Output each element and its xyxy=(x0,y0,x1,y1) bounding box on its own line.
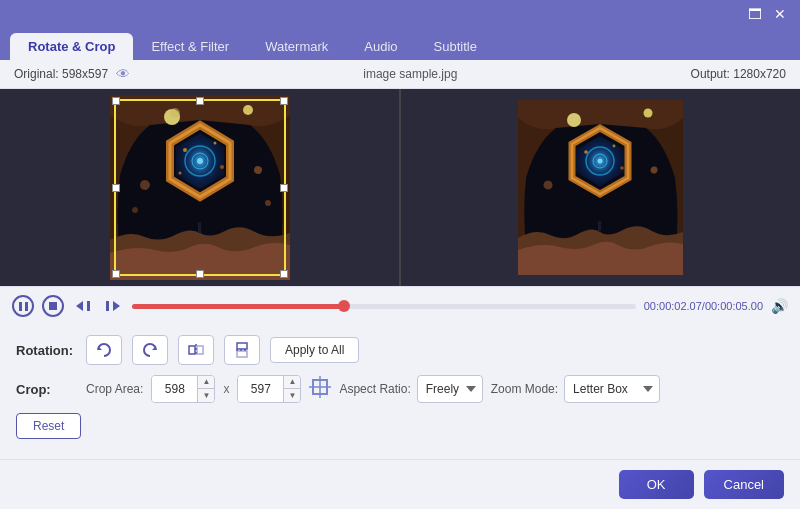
player-bar: 00:00:02.07/00:00:05.00 🔊 xyxy=(0,286,800,325)
progress-fill xyxy=(132,304,344,309)
svg-rect-49 xyxy=(106,301,109,311)
output-size: Output: 1280x720 xyxy=(691,67,786,81)
flip-horizontal-button[interactable] xyxy=(178,335,214,365)
crop-width-input[interactable] xyxy=(152,376,197,402)
crop-row: Crop: Crop Area: ▲ ▼ x ▲ xyxy=(16,375,784,439)
skip-forward-button[interactable] xyxy=(102,295,124,317)
progress-track[interactable] xyxy=(132,304,636,309)
progress-thumb xyxy=(338,300,350,312)
time-display: 00:00:02.07/00:00:05.00 xyxy=(644,300,763,312)
aspect-label: Aspect Ratio: xyxy=(339,382,410,396)
info-left: Original: 598x597 👁 xyxy=(14,66,130,82)
stop-button[interactable] xyxy=(42,295,64,317)
flip-vertical-button[interactable] xyxy=(224,335,260,365)
info-bar: Original: 598x597 👁 image sample.jpg Out… xyxy=(0,60,800,89)
volume-icon[interactable]: 🔊 xyxy=(771,298,788,314)
center-align-icon[interactable] xyxy=(309,376,331,403)
space-image-right xyxy=(518,100,683,275)
svg-point-15 xyxy=(243,105,253,115)
svg-rect-56 xyxy=(237,351,247,357)
close-button[interactable]: ✕ xyxy=(768,5,792,23)
zoom-mode-select[interactable]: Letter Box Pan & Scan Full xyxy=(564,375,660,403)
svg-point-42 xyxy=(598,221,602,225)
cancel-button[interactable]: Cancel xyxy=(704,470,784,499)
zoom-label: Zoom Mode: xyxy=(491,382,558,396)
preview-image-left xyxy=(110,95,290,280)
rotate-right-button[interactable] xyxy=(132,335,168,365)
skip-back-button[interactable] xyxy=(72,295,94,317)
svg-point-37 xyxy=(567,113,581,127)
aspect-section: Aspect Ratio: Freely 16:9 4:3 1:1 xyxy=(339,375,482,403)
tab-subtitle[interactable]: Subtitle xyxy=(416,33,495,60)
rotate-left-button[interactable] xyxy=(86,335,122,365)
filename-display: image sample.jpg xyxy=(363,67,457,81)
crop-height-down[interactable]: ▼ xyxy=(284,389,300,402)
preview-right xyxy=(399,89,800,286)
svg-point-43 xyxy=(584,150,588,154)
aspect-ratio-select[interactable]: Freely 16:9 4:3 1:1 xyxy=(417,375,483,403)
svg-point-21 xyxy=(197,222,201,226)
preview-image-right xyxy=(518,100,683,275)
zoom-section: Zoom Mode: Letter Box Pan & Scan Full xyxy=(491,375,660,403)
svg-rect-47 xyxy=(87,301,90,311)
svg-rect-52 xyxy=(189,346,195,354)
svg-point-38 xyxy=(644,109,653,118)
tab-audio[interactable]: Audio xyxy=(346,33,415,60)
pause-button[interactable] xyxy=(12,295,34,317)
tab-rotate-crop[interactable]: Rotate & Crop xyxy=(10,33,133,60)
svg-point-14 xyxy=(170,108,180,118)
crop-area-section: Crop Area: ▲ ▼ x ▲ ▼ xyxy=(86,375,660,403)
apply-all-button[interactable]: Apply to All xyxy=(270,337,359,363)
tab-watermark[interactable]: Watermark xyxy=(247,33,346,60)
bottom-bar: OK Cancel xyxy=(0,459,800,509)
minimize-button[interactable]: 🗖 xyxy=(742,5,768,23)
svg-point-12 xyxy=(197,158,203,164)
ok-button[interactable]: OK xyxy=(619,470,694,499)
tab-bar: Rotate & Crop Effect & Filter Watermark … xyxy=(0,28,800,60)
svg-point-45 xyxy=(620,166,624,170)
preview-left xyxy=(0,89,399,286)
rotation-row: Rotation: Apply to All xyxy=(16,335,784,365)
tab-effect-filter[interactable]: Effect & Filter xyxy=(133,33,247,60)
svg-rect-53 xyxy=(197,346,203,354)
space-image-left xyxy=(110,95,290,280)
svg-marker-46 xyxy=(76,301,83,311)
crop-width-down[interactable]: ▼ xyxy=(198,389,214,402)
crop-label: Crop: xyxy=(16,382,76,397)
preview-area xyxy=(0,89,800,286)
svg-point-44 xyxy=(613,145,616,148)
controls-panel: Rotation: Apply to All Crop: Crop Ar xyxy=(0,325,800,459)
svg-point-25 xyxy=(178,172,181,175)
svg-rect-20 xyxy=(198,225,201,233)
svg-point-36 xyxy=(598,159,603,164)
crop-height-input[interactable] xyxy=(238,376,283,402)
times-symbol: x xyxy=(223,382,229,396)
rotation-label: Rotation: xyxy=(16,343,76,358)
original-size: Original: 598x597 xyxy=(14,67,108,81)
title-bar: 🗖 ✕ xyxy=(0,0,800,28)
reset-button[interactable]: Reset xyxy=(16,413,81,439)
crop-height-input-wrap: ▲ ▼ xyxy=(237,375,301,403)
svg-point-22 xyxy=(183,148,187,152)
crop-width-input-wrap: ▲ ▼ xyxy=(151,375,215,403)
eye-icon[interactable]: 👁 xyxy=(116,66,130,82)
crop-height-up[interactable]: ▲ xyxy=(284,376,300,389)
main-content: Original: 598x597 👁 image sample.jpg Out… xyxy=(0,60,800,509)
crop-area-label: Crop Area: xyxy=(86,382,143,396)
crop-width-up[interactable]: ▲ xyxy=(198,376,214,389)
svg-rect-55 xyxy=(237,343,247,349)
svg-rect-41 xyxy=(598,224,601,231)
svg-point-23 xyxy=(213,142,216,145)
svg-marker-48 xyxy=(113,301,120,311)
svg-point-24 xyxy=(220,165,224,169)
